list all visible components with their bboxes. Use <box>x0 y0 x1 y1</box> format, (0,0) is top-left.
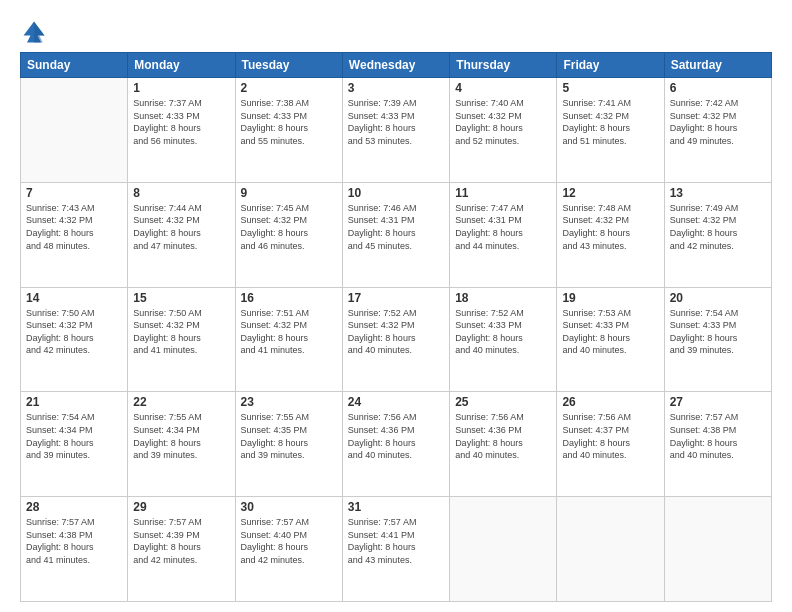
day-number: 11 <box>455 186 551 200</box>
calendar-cell: 30Sunrise: 7:57 AM Sunset: 4:40 PM Dayli… <box>235 497 342 602</box>
calendar-cell: 15Sunrise: 7:50 AM Sunset: 4:32 PM Dayli… <box>128 287 235 392</box>
cell-info: Sunrise: 7:56 AM Sunset: 4:36 PM Dayligh… <box>455 411 551 461</box>
calendar-cell: 10Sunrise: 7:46 AM Sunset: 4:31 PM Dayli… <box>342 182 449 287</box>
cell-info: Sunrise: 7:56 AM Sunset: 4:37 PM Dayligh… <box>562 411 658 461</box>
cell-info: Sunrise: 7:55 AM Sunset: 4:34 PM Dayligh… <box>133 411 229 461</box>
cell-info: Sunrise: 7:53 AM Sunset: 4:33 PM Dayligh… <box>562 307 658 357</box>
cell-info: Sunrise: 7:46 AM Sunset: 4:31 PM Dayligh… <box>348 202 444 252</box>
cell-info: Sunrise: 7:57 AM Sunset: 4:38 PM Dayligh… <box>670 411 766 461</box>
day-number: 3 <box>348 81 444 95</box>
calendar-cell: 31Sunrise: 7:57 AM Sunset: 4:41 PM Dayli… <box>342 497 449 602</box>
cell-info: Sunrise: 7:42 AM Sunset: 4:32 PM Dayligh… <box>670 97 766 147</box>
weekday-monday: Monday <box>128 53 235 78</box>
cell-info: Sunrise: 7:57 AM Sunset: 4:41 PM Dayligh… <box>348 516 444 566</box>
cell-info: Sunrise: 7:50 AM Sunset: 4:32 PM Dayligh… <box>26 307 122 357</box>
calendar-cell: 27Sunrise: 7:57 AM Sunset: 4:38 PM Dayli… <box>664 392 771 497</box>
calendar-cell <box>450 497 557 602</box>
cell-info: Sunrise: 7:54 AM Sunset: 4:34 PM Dayligh… <box>26 411 122 461</box>
day-number: 10 <box>348 186 444 200</box>
calendar-cell: 8Sunrise: 7:44 AM Sunset: 4:32 PM Daylig… <box>128 182 235 287</box>
day-number: 27 <box>670 395 766 409</box>
calendar-cell: 4Sunrise: 7:40 AM Sunset: 4:32 PM Daylig… <box>450 78 557 183</box>
cell-info: Sunrise: 7:45 AM Sunset: 4:32 PM Dayligh… <box>241 202 337 252</box>
cell-info: Sunrise: 7:57 AM Sunset: 4:39 PM Dayligh… <box>133 516 229 566</box>
calendar-cell: 5Sunrise: 7:41 AM Sunset: 4:32 PM Daylig… <box>557 78 664 183</box>
weekday-wednesday: Wednesday <box>342 53 449 78</box>
calendar-cell: 22Sunrise: 7:55 AM Sunset: 4:34 PM Dayli… <box>128 392 235 497</box>
calendar-cell: 26Sunrise: 7:56 AM Sunset: 4:37 PM Dayli… <box>557 392 664 497</box>
weekday-sunday: Sunday <box>21 53 128 78</box>
cell-info: Sunrise: 7:40 AM Sunset: 4:32 PM Dayligh… <box>455 97 551 147</box>
day-number: 26 <box>562 395 658 409</box>
calendar-cell: 21Sunrise: 7:54 AM Sunset: 4:34 PM Dayli… <box>21 392 128 497</box>
calendar-cell: 18Sunrise: 7:52 AM Sunset: 4:33 PM Dayli… <box>450 287 557 392</box>
weekday-thursday: Thursday <box>450 53 557 78</box>
cell-info: Sunrise: 7:56 AM Sunset: 4:36 PM Dayligh… <box>348 411 444 461</box>
day-number: 4 <box>455 81 551 95</box>
cell-info: Sunrise: 7:50 AM Sunset: 4:32 PM Dayligh… <box>133 307 229 357</box>
cell-info: Sunrise: 7:52 AM Sunset: 4:33 PM Dayligh… <box>455 307 551 357</box>
calendar-cell <box>21 78 128 183</box>
calendar-table: SundayMondayTuesdayWednesdayThursdayFrid… <box>20 52 772 602</box>
calendar-cell: 6Sunrise: 7:42 AM Sunset: 4:32 PM Daylig… <box>664 78 771 183</box>
day-number: 21 <box>26 395 122 409</box>
calendar-cell: 13Sunrise: 7:49 AM Sunset: 4:32 PM Dayli… <box>664 182 771 287</box>
day-number: 12 <box>562 186 658 200</box>
cell-info: Sunrise: 7:41 AM Sunset: 4:32 PM Dayligh… <box>562 97 658 147</box>
cell-info: Sunrise: 7:44 AM Sunset: 4:32 PM Dayligh… <box>133 202 229 252</box>
week-row-2: 14Sunrise: 7:50 AM Sunset: 4:32 PM Dayli… <box>21 287 772 392</box>
calendar-cell: 3Sunrise: 7:39 AM Sunset: 4:33 PM Daylig… <box>342 78 449 183</box>
calendar-cell <box>664 497 771 602</box>
day-number: 23 <box>241 395 337 409</box>
cell-info: Sunrise: 7:51 AM Sunset: 4:32 PM Dayligh… <box>241 307 337 357</box>
logo-icon <box>20 18 48 46</box>
page: SundayMondayTuesdayWednesdayThursdayFrid… <box>0 0 792 612</box>
day-number: 22 <box>133 395 229 409</box>
calendar-cell: 1Sunrise: 7:37 AM Sunset: 4:33 PM Daylig… <box>128 78 235 183</box>
cell-info: Sunrise: 7:38 AM Sunset: 4:33 PM Dayligh… <box>241 97 337 147</box>
day-number: 18 <box>455 291 551 305</box>
day-number: 13 <box>670 186 766 200</box>
day-number: 2 <box>241 81 337 95</box>
weekday-tuesday: Tuesday <box>235 53 342 78</box>
day-number: 16 <box>241 291 337 305</box>
week-row-0: 1Sunrise: 7:37 AM Sunset: 4:33 PM Daylig… <box>21 78 772 183</box>
calendar-cell: 11Sunrise: 7:47 AM Sunset: 4:31 PM Dayli… <box>450 182 557 287</box>
calendar-cell: 12Sunrise: 7:48 AM Sunset: 4:32 PM Dayli… <box>557 182 664 287</box>
day-number: 14 <box>26 291 122 305</box>
week-row-1: 7Sunrise: 7:43 AM Sunset: 4:32 PM Daylig… <box>21 182 772 287</box>
day-number: 7 <box>26 186 122 200</box>
calendar-cell: 14Sunrise: 7:50 AM Sunset: 4:32 PM Dayli… <box>21 287 128 392</box>
cell-info: Sunrise: 7:49 AM Sunset: 4:32 PM Dayligh… <box>670 202 766 252</box>
calendar-cell: 23Sunrise: 7:55 AM Sunset: 4:35 PM Dayli… <box>235 392 342 497</box>
cell-info: Sunrise: 7:55 AM Sunset: 4:35 PM Dayligh… <box>241 411 337 461</box>
calendar-cell: 17Sunrise: 7:52 AM Sunset: 4:32 PM Dayli… <box>342 287 449 392</box>
calendar-cell: 28Sunrise: 7:57 AM Sunset: 4:38 PM Dayli… <box>21 497 128 602</box>
cell-info: Sunrise: 7:47 AM Sunset: 4:31 PM Dayligh… <box>455 202 551 252</box>
calendar-cell: 24Sunrise: 7:56 AM Sunset: 4:36 PM Dayli… <box>342 392 449 497</box>
calendar-cell: 20Sunrise: 7:54 AM Sunset: 4:33 PM Dayli… <box>664 287 771 392</box>
svg-marker-1 <box>34 22 45 43</box>
day-number: 20 <box>670 291 766 305</box>
day-number: 15 <box>133 291 229 305</box>
day-number: 29 <box>133 500 229 514</box>
weekday-friday: Friday <box>557 53 664 78</box>
week-row-4: 28Sunrise: 7:57 AM Sunset: 4:38 PM Dayli… <box>21 497 772 602</box>
calendar-cell: 7Sunrise: 7:43 AM Sunset: 4:32 PM Daylig… <box>21 182 128 287</box>
logo <box>20 18 52 46</box>
day-number: 1 <box>133 81 229 95</box>
calendar-cell: 19Sunrise: 7:53 AM Sunset: 4:33 PM Dayli… <box>557 287 664 392</box>
day-number: 28 <box>26 500 122 514</box>
day-number: 8 <box>133 186 229 200</box>
day-number: 5 <box>562 81 658 95</box>
day-number: 25 <box>455 395 551 409</box>
cell-info: Sunrise: 7:37 AM Sunset: 4:33 PM Dayligh… <box>133 97 229 147</box>
weekday-saturday: Saturday <box>664 53 771 78</box>
day-number: 17 <box>348 291 444 305</box>
calendar-cell <box>557 497 664 602</box>
cell-info: Sunrise: 7:57 AM Sunset: 4:40 PM Dayligh… <box>241 516 337 566</box>
calendar-cell: 16Sunrise: 7:51 AM Sunset: 4:32 PM Dayli… <box>235 287 342 392</box>
day-number: 9 <box>241 186 337 200</box>
weekday-header-row: SundayMondayTuesdayWednesdayThursdayFrid… <box>21 53 772 78</box>
calendar-cell: 25Sunrise: 7:56 AM Sunset: 4:36 PM Dayli… <box>450 392 557 497</box>
